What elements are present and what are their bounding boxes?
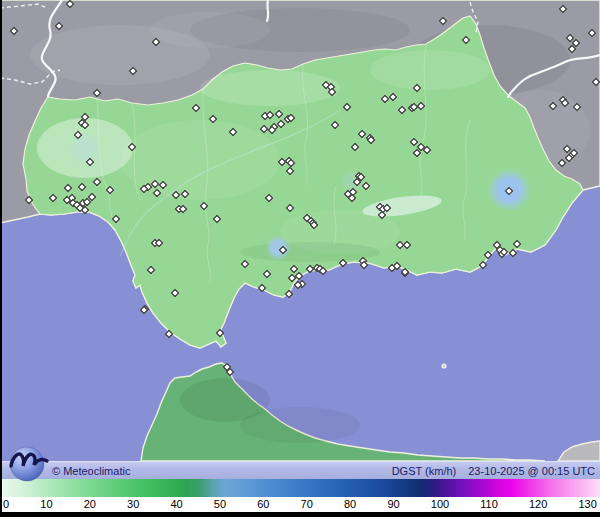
station-marker[interactable] <box>279 246 287 254</box>
scale-ticks: 0102030405060708090100110120130 <box>0 497 600 512</box>
scale-tick-label: 130 <box>578 497 596 512</box>
station-marker[interactable] <box>265 194 273 202</box>
station-marker[interactable] <box>360 261 368 269</box>
station-marker[interactable] <box>152 38 160 46</box>
station-marker[interactable] <box>417 102 425 110</box>
station-marker[interactable] <box>55 22 63 30</box>
station-marker[interactable] <box>275 110 283 118</box>
scale-tick-label: 80 <box>344 497 356 512</box>
meteoclimatic-logo[interactable] <box>3 441 55 485</box>
weather-map <box>0 0 600 461</box>
station-marker[interactable] <box>81 121 89 129</box>
station-marker[interactable] <box>351 143 359 151</box>
station-marker[interactable] <box>561 99 569 107</box>
scale-tick-label: 100 <box>431 497 449 512</box>
station-marker[interactable] <box>216 329 224 337</box>
station-marker[interactable] <box>147 266 155 274</box>
scale-tick-label: 40 <box>170 497 182 512</box>
station-marker[interactable] <box>348 194 356 202</box>
station-marker[interactable] <box>165 330 173 338</box>
scale-tick-label: 30 <box>127 497 139 512</box>
station-marker[interactable] <box>328 88 336 96</box>
station-marker[interactable] <box>66 0 74 8</box>
station-marker[interactable] <box>413 84 421 92</box>
station-marker[interactable] <box>509 249 517 257</box>
station-marker[interactable] <box>484 251 492 259</box>
station-marker[interactable] <box>86 158 94 166</box>
scale-tick-label: 60 <box>257 497 269 512</box>
station-marker[interactable] <box>319 267 327 275</box>
station-marker[interactable] <box>573 103 581 111</box>
station-marker[interactable] <box>286 204 294 212</box>
scale-tick-label: 70 <box>301 497 313 512</box>
attribution-bar: © Meteoclimatic DGST (km/h) 23-10-2025 @… <box>0 461 600 479</box>
map-title: DGST (km/h) <box>392 465 457 477</box>
scale-tick-label: 10 <box>40 497 52 512</box>
scale-tick-label: 120 <box>529 497 547 512</box>
station-marker[interactable] <box>74 131 82 139</box>
station-marker[interactable] <box>200 202 208 210</box>
map-datetime: 23-10-2025 @ 00:15 UTC <box>468 465 595 477</box>
station-marker[interactable] <box>192 104 200 112</box>
station-marker[interactable] <box>287 159 295 167</box>
scale-tick-label: 20 <box>84 497 96 512</box>
station-marker[interactable] <box>128 143 136 151</box>
station-marker[interactable] <box>172 191 180 199</box>
station-marker[interactable] <box>81 206 89 214</box>
station-marker[interactable] <box>285 290 293 298</box>
station-marker[interactable] <box>241 260 249 268</box>
station-marker[interactable] <box>153 189 161 197</box>
station-marker[interactable] <box>93 178 101 186</box>
station-marker[interactable] <box>129 67 137 75</box>
station-marker[interactable] <box>263 270 271 278</box>
station-marker[interactable] <box>64 184 72 192</box>
scale-tick-label: 50 <box>214 497 226 512</box>
station-marker[interactable] <box>559 5 567 13</box>
station-marker[interactable] <box>25 196 33 204</box>
station-marker[interactable] <box>398 106 406 114</box>
bottom-border <box>0 512 600 517</box>
station-marker[interactable] <box>159 181 167 189</box>
station-marker[interactable] <box>423 146 431 154</box>
station-marker[interactable] <box>462 36 470 44</box>
station-marker[interactable] <box>403 241 411 249</box>
station-marker[interactable] <box>78 183 86 191</box>
station-marker[interactable] <box>558 159 566 167</box>
station-marker[interactable] <box>549 102 557 110</box>
station-marker[interactable] <box>439 17 447 25</box>
station-marker[interactable] <box>229 128 237 136</box>
scale-gradient <box>0 479 600 497</box>
station-marker[interactable] <box>181 190 189 198</box>
left-border <box>0 0 2 517</box>
station-marker[interactable] <box>479 261 487 269</box>
logo-sphere <box>10 447 44 481</box>
station-marker[interactable] <box>286 167 294 175</box>
station-marker[interactable] <box>343 103 351 111</box>
scale-tick-label: 110 <box>480 497 498 512</box>
station-marker[interactable] <box>49 194 57 202</box>
stations-layer <box>0 0 600 461</box>
station-marker[interactable] <box>389 93 397 101</box>
station-marker[interactable] <box>258 284 266 292</box>
station-marker[interactable] <box>171 289 179 297</box>
station-marker[interactable] <box>505 187 513 195</box>
color-scale <box>0 479 600 497</box>
station-marker[interactable] <box>588 29 596 37</box>
station-marker[interactable] <box>513 240 521 248</box>
station-marker[interactable] <box>10 27 18 35</box>
scale-tick-label: 0 <box>3 497 9 512</box>
station-marker[interactable] <box>331 121 339 129</box>
station-marker[interactable] <box>209 115 217 123</box>
station-marker[interactable] <box>378 211 386 219</box>
scale-tick-label: 90 <box>387 497 399 512</box>
station-marker[interactable] <box>213 215 221 223</box>
station-marker[interactable] <box>362 182 370 190</box>
station-marker[interactable] <box>226 368 234 376</box>
station-marker[interactable] <box>106 186 114 194</box>
meteoclimatic-wind-gust-map-screen: © Meteoclimatic DGST (km/h) 23-10-2025 @… <box>0 0 600 517</box>
station-marker[interactable] <box>112 215 120 223</box>
station-marker[interactable] <box>592 78 600 86</box>
station-marker[interactable] <box>93 89 101 97</box>
station-marker[interactable] <box>339 259 347 267</box>
